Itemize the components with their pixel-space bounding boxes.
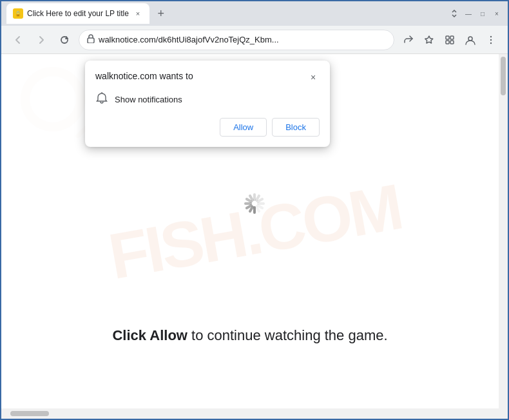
minimize-button[interactable]: — <box>463 8 474 19</box>
page-content-text: Click Allow to continue watching the gam… <box>1 327 499 344</box>
menu-button[interactable] <box>482 31 500 49</box>
tab-title: Click Here to edit your LP title <box>27 9 129 18</box>
svg-point-7 <box>468 37 472 41</box>
nav-actions <box>399 31 500 49</box>
page-rest-text: to continue watching the game. <box>187 327 388 343</box>
svg-rect-2 <box>88 38 94 43</box>
browser-tab[interactable]: 🔒 Click Here to edit your LP title × <box>6 3 149 24</box>
horizontal-scrollbar[interactable] <box>1 408 508 419</box>
spinner <box>238 198 271 230</box>
new-tab-button[interactable]: + <box>152 5 170 23</box>
watermark-magnifier <box>21 67 85 131</box>
tab-grid-button[interactable] <box>441 31 459 49</box>
svg-point-8 <box>490 35 492 37</box>
profile-button[interactable] <box>461 31 479 49</box>
svg-point-9 <box>490 39 492 40</box>
url-text: walknotice.com/dk6htUi8ajofVv2noTejQz_Kb… <box>99 35 386 44</box>
tab-close-button[interactable]: × <box>133 8 143 19</box>
page-bold-text: Click Allow <box>112 327 187 343</box>
popup-title: walknotice.com wants to <box>95 71 193 81</box>
popup-close-button[interactable]: × <box>307 71 320 84</box>
window-controls: — □ × <box>448 8 503 19</box>
block-button[interactable]: Block <box>272 118 320 137</box>
bell-icon <box>95 91 108 108</box>
window-close-button[interactable]: × <box>491 8 503 19</box>
svg-rect-6 <box>450 41 454 44</box>
popup-buttons: Allow Block <box>95 118 320 137</box>
svg-rect-5 <box>446 41 449 44</box>
webpage: FISH.COM Click Allow to continue watchin <box>1 54 508 408</box>
svg-rect-3 <box>446 36 449 39</box>
allow-button[interactable]: Allow <box>220 118 267 137</box>
scrollbar-thumb[interactable] <box>501 57 506 95</box>
notification-label: Show notifications <box>115 95 182 104</box>
browser-content: FISH.COM Click Allow to continue watchin <box>1 54 508 419</box>
watermark-text: FISH.COM <box>103 169 406 294</box>
refresh-button[interactable] <box>55 31 73 49</box>
title-bar: 🔒 Click Here to edit your LP title × + —… <box>1 1 508 26</box>
forward-button[interactable] <box>32 31 50 49</box>
bookmark-button[interactable] <box>420 31 438 49</box>
horizontal-scrollbar-thumb[interactable] <box>10 411 49 416</box>
tab-favicon: 🔒 <box>13 8 23 19</box>
svg-rect-4 <box>450 36 454 39</box>
back-button[interactable] <box>9 31 27 49</box>
svg-point-10 <box>490 42 492 43</box>
maximize-button[interactable]: □ <box>477 8 488 19</box>
popup-notification-row: Show notifications <box>95 91 320 108</box>
loading-spinner <box>238 198 271 230</box>
address-bar[interactable]: walknotice.com/dk6htUi8ajofVv2noTejQz_Kb… <box>79 30 394 50</box>
collapse-icon <box>448 8 460 19</box>
share-button[interactable] <box>399 31 418 49</box>
lock-icon <box>87 34 95 45</box>
popup-header: walknotice.com wants to × <box>95 71 320 84</box>
vertical-scrollbar[interactable] <box>499 54 508 408</box>
svg-text:🔒: 🔒 <box>15 10 21 17</box>
navigation-bar: walknotice.com/dk6htUi8ajofVv2noTejQz_Kb… <box>1 26 508 54</box>
notification-popup: walknotice.com wants to × Show notificat… <box>85 61 330 147</box>
